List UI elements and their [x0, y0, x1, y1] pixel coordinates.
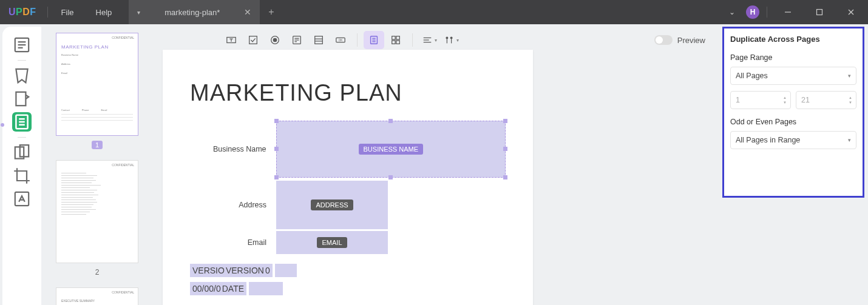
thumb-corner-text: CONFIDENTIAL [112, 36, 134, 39]
menu-file[interactable]: File [50, 0, 85, 24]
address-field[interactable]: ADDRESS [276, 181, 388, 229]
version-row: VERSIOVERSION0 [190, 264, 506, 277]
comment-tool-icon[interactable] [12, 66, 32, 85]
svg-rect-8 [16, 92, 25, 106]
crop-tool-icon[interactable] [12, 166, 32, 186]
highlight-span[interactable] [249, 282, 283, 295]
svg-point-19 [273, 38, 276, 41]
document-tab[interactable]: ▾ marketing-plan* ✕ [129, 0, 260, 24]
field-settings-tool[interactable] [441, 31, 461, 49]
tab-title: marketing-plan* [164, 8, 220, 17]
duplicate-across-pages-tool[interactable] [364, 31, 384, 49]
multiple-copies-tool[interactable] [385, 31, 406, 49]
close-window-button[interactable] [838, 0, 864, 24]
main-area: CONFIDENTIAL MARKETING PLAN Business Nam… [0, 24, 868, 305]
toolbar-separator [412, 33, 413, 47]
avatar[interactable]: H [746, 5, 759, 19]
toggle-switch-icon[interactable] [654, 35, 673, 45]
button-tool[interactable]: OK [330, 31, 351, 49]
highlight-span[interactable] [275, 264, 297, 277]
divider [18, 60, 26, 61]
page-thumbnail-2[interactable]: CONFIDENTIAL [56, 160, 138, 263]
thumbnail-panel: CONFIDENTIAL MARKETING PLAN Business Nam… [41, 24, 163, 305]
resize-handle[interactable] [388, 119, 393, 123]
range-from-input[interactable]: 1 ▲▼ [730, 91, 791, 109]
text-field-tool[interactable] [221, 31, 242, 49]
odd-even-label: Odd or Even Pages [730, 118, 856, 126]
new-tab-button[interactable]: + [260, 7, 282, 18]
divider [18, 137, 26, 138]
titlebar-right: ⌄ H [723, 0, 868, 24]
ocr-tool-icon[interactable] [12, 189, 32, 209]
resize-handle[interactable] [274, 147, 279, 151]
page-thumbnail-1[interactable]: CONFIDENTIAL MARKETING PLAN Business Nam… [56, 33, 138, 136]
document-page[interactable]: MARKETING PLAN Business Name BUSINESS NA… [163, 50, 533, 305]
divider [47, 7, 48, 18]
page-number-1: 1 [46, 141, 148, 149]
resize-handle[interactable] [503, 119, 507, 123]
address-label: Address [190, 201, 276, 209]
thumb-corner-text: CONFIDENTIAL [112, 163, 134, 167]
duplicate-pages-panel: Duplicate Across Pages Page Range All Pa… [722, 27, 864, 198]
field-pill: BUSINESS NAME [359, 144, 423, 155]
page-thumbnail-3[interactable]: CONFIDENTIAL EXECUTIVE SUMMARY [56, 287, 138, 305]
minimize-button[interactable] [775, 0, 801, 24]
range-to-input[interactable]: 21 ▲▼ [796, 91, 856, 109]
dropdown-tool[interactable] [287, 31, 307, 49]
thumb-corner-text: CONFIDENTIAL [112, 290, 134, 294]
alignment-tool[interactable] [419, 31, 439, 49]
resize-handle[interactable] [503, 147, 507, 151]
odd-even-select[interactable]: All Pages in Range [730, 131, 856, 149]
strip-handle[interactable] [1, 116, 4, 135]
preview-toggle[interactable]: Preview [654, 35, 705, 45]
close-tab-icon[interactable]: ✕ [244, 7, 251, 17]
version-text[interactable]: VERSIOVERSION0 [190, 264, 273, 277]
tab-prefix-icon: ▾ [137, 9, 140, 16]
spinner-icon[interactable]: ▲▼ [849, 96, 852, 104]
thumb-title: MARKETING PLAN [61, 44, 133, 50]
page-number-2: 2 [46, 268, 148, 277]
radio-button-tool[interactable] [265, 31, 285, 49]
email-field[interactable]: EMAIL [276, 231, 388, 254]
date-row: 00/00/0DATE [190, 282, 506, 295]
svg-rect-33 [392, 36, 395, 39]
form-toolbar: OK Preview [163, 28, 722, 52]
page-range-label: Page Range [730, 53, 856, 62]
svg-point-40 [446, 37, 448, 39]
listbox-tool[interactable] [308, 31, 329, 49]
chevron-down-icon[interactable]: ⌄ [723, 4, 741, 20]
panel-title: Duplicate Across Pages [730, 35, 856, 44]
resize-handle[interactable] [503, 175, 507, 179]
svg-rect-36 [396, 41, 399, 44]
page-title: MARKETING PLAN [190, 80, 506, 106]
reader-mode-icon[interactable] [12, 35, 32, 55]
preview-label: Preview [677, 36, 705, 45]
divider [767, 7, 767, 18]
version-field-pill: VERSION [226, 266, 264, 275]
svg-rect-24 [315, 36, 323, 44]
page-range-select[interactable]: All Pages [730, 67, 856, 85]
titlebar: UPDF File Help ▾ marketing-plan* ✕ + ⌄ H [0, 0, 868, 24]
form-tool-icon[interactable] [12, 112, 32, 132]
spinner-icon[interactable]: ▲▼ [783, 96, 787, 104]
svg-rect-34 [396, 36, 399, 39]
resize-handle[interactable] [388, 175, 393, 179]
svg-rect-17 [249, 36, 257, 44]
resize-handle[interactable] [274, 175, 279, 179]
business-name-label: Business Name [190, 145, 276, 153]
email-label: Email [190, 238, 276, 247]
date-field-pill: DATE [222, 284, 244, 293]
business-name-field[interactable]: BUSINESS NAME [276, 121, 506, 178]
svg-rect-35 [392, 41, 395, 44]
svg-point-41 [450, 37, 452, 39]
edit-tool-icon[interactable] [12, 89, 32, 109]
maximize-button[interactable] [806, 0, 833, 24]
date-text[interactable]: 00/00/0DATE [190, 282, 246, 295]
checkbox-tool[interactable] [243, 31, 263, 49]
sidebar-tool-strip [2, 27, 41, 305]
svg-rect-1 [817, 10, 822, 15]
organize-pages-icon[interactable] [12, 143, 32, 163]
menu-help[interactable]: Help [85, 0, 123, 24]
resize-handle[interactable] [274, 119, 279, 123]
svg-text:OK: OK [339, 39, 343, 42]
